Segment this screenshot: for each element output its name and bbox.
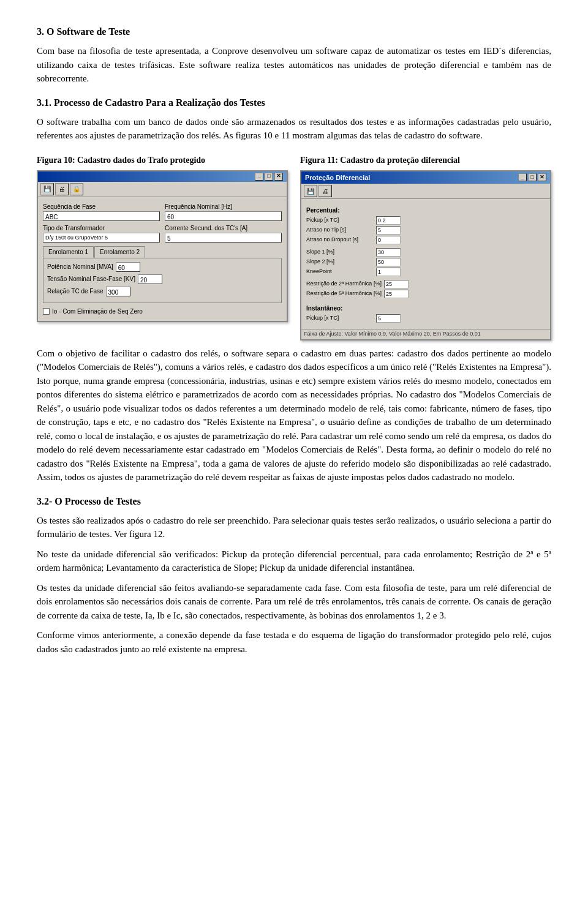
fig11-pickup-inst-row: Pickup [x TC] 5 [306, 314, 545, 323]
fig10-checkbox[interactable] [43, 308, 50, 315]
fig11-pickup-inst-input[interactable]: 5 [376, 314, 401, 323]
fig10-tab1[interactable]: Enrolamento 1 [43, 246, 94, 258]
fig10-frequencia-group: Frequência Nominal [Hz] 60 [165, 202, 282, 221]
fig10-freq-label: Frequência Nominal [Hz] [165, 202, 282, 211]
fig10-relacao-tc-input[interactable]: 300 [106, 287, 130, 296]
fig11-atraso-dropout-label: Atraso no Dropout [s] [306, 236, 374, 244]
fig10-caption: Figura 10: Cadastro dados do Trafo prote… [37, 154, 205, 167]
para7: Conforme vimos anteriormente, a conexão … [37, 628, 551, 656]
fig11-rest2-row: Restrição de 2ª Harmônica [%] 25 [306, 280, 545, 288]
fig11-slope2-row: Slope 2 [%] 50 [306, 258, 545, 266]
fig11-maximize-btn[interactable]: □ [528, 173, 537, 181]
fig10-titlebar-buttons: _ □ ✕ [255, 173, 283, 181]
fig11-slope1-row: Slope 1 [%] 30 [306, 248, 545, 257]
fig11-pickup-tc-label: Pickup [x TC] [306, 216, 374, 225]
fig10-maximize-btn[interactable]: □ [265, 173, 273, 181]
fig10-seq-fase-group: Sequência de Fase ABC [43, 202, 160, 221]
fig10-field-grid-1: Sequência de Fase ABC Frequência Nominal… [43, 202, 282, 221]
fig11-slope1-input[interactable]: 30 [376, 248, 401, 257]
fig10-tipo-trafo-group: Tipo de Transformador D/y 150t ou GrupoV… [43, 224, 160, 242]
fig10-content: Sequência de Fase ABC Frequência Nominal… [38, 197, 287, 321]
fig10-corrente-group: Corrente Secund. dos TC's [A] 5 [165, 224, 282, 242]
fig10-tensao-input[interactable]: 20 [138, 274, 162, 284]
para4: Os testes são realizados após o cadastro… [37, 514, 551, 541]
fig11-toolbar: 💾 🖨 [301, 184, 550, 199]
fig10-titlebar: _ □ ✕ [38, 171, 287, 182]
fig11-tool-btn2[interactable]: 🖨 [318, 185, 332, 197]
fig11-tool-btn1[interactable]: 💾 [304, 185, 317, 197]
figures-row: Figura 10: Cadastro dados do Trafo prote… [37, 154, 551, 340]
fig11-rest2-label: Restrição de 2ª Harmônica [%] [306, 280, 382, 288]
fig10-tipo-trafo-select[interactable]: D/y 150t ou GrupoVetor 5 [43, 233, 160, 242]
fig10-seq-fase-label: Sequência de Fase [43, 202, 160, 211]
fig10-tabs: Enrolamento 1 Enrolamento 2 [43, 246, 282, 258]
fig11-pickup-tc-row: Pickup [x TC] 0.2 [306, 216, 545, 225]
fig11-rest5-row: Restrição de 5ª Harmônica [%] 25 [306, 290, 545, 298]
fig10-potencia-label: Potência Nominal [MVA] [47, 262, 113, 271]
fig11-title: Proteção Diferencial [305, 173, 370, 183]
para6: Os testes da unidade diferencial são fei… [37, 581, 551, 623]
fig11-atraso-tip-row: Atraso no Tip [s] 5 [306, 226, 545, 235]
fig11-slope2-input[interactable]: 50 [376, 258, 401, 266]
fig10-tool-btn3[interactable]: 🔒 [70, 183, 83, 195]
fig11-caption: Figura 11: Cadastro da proteção diferenc… [300, 154, 460, 167]
fig10-freq-input[interactable]: 60 [165, 211, 282, 221]
subsection-title-32: 3.2- O Processo de Testes [37, 494, 551, 509]
fig11-titlebar-buttons: _ □ ✕ [518, 173, 546, 181]
fig10-potencia-row: Potência Nominal [MVA] 60 [47, 262, 277, 272]
main-content: 3. O Software de Teste Com base na filos… [37, 24, 551, 656]
fig11-slope2-label: Slope 2 [%] [306, 258, 374, 266]
fig10-checkbox-row: Io - Com Eliminação de Seq Zero [43, 307, 282, 316]
fig10-potencia-input[interactable]: 60 [116, 262, 140, 272]
fig11-dialog: Proteção Diferencial _ □ ✕ 💾 🖨 Percentua… [300, 170, 551, 340]
fig10-close-btn[interactable]: ✕ [274, 173, 283, 181]
fig10-relacao-tc-label: Relação TC de Fase [47, 287, 104, 296]
fig10-seq-fase-input[interactable]: ABC [43, 211, 160, 221]
para2: O software trabalha com um banco de dado… [37, 115, 551, 143]
fig10-minimize-btn[interactable]: _ [255, 173, 263, 181]
fig11-minimize-btn[interactable]: _ [518, 173, 527, 181]
fig10-field-grid-2: Tipo de Transformador D/y 150t ou GrupoV… [43, 224, 282, 242]
fig10-tab-area: Enrolamento 1 Enrolamento 2 Potência Nom… [43, 246, 282, 303]
fig11-kneepoint-row: KneePoint 1 [306, 268, 545, 276]
fig10-tipo-trafo-label: Tipo de Transformador [43, 224, 160, 233]
fig11-rest2-input[interactable]: 25 [384, 280, 409, 288]
fig11-kneepoint-input[interactable]: 1 [376, 268, 401, 276]
fig10-corrente-input[interactable]: 5 [165, 233, 282, 242]
fig11-rest5-input[interactable]: 25 [384, 290, 409, 298]
section-title: 3. O Software de Teste [37, 24, 551, 39]
fig11-content: Percentual: Pickup [x TC] 0.2 Atraso no … [301, 199, 550, 329]
fig11-atraso-tip-input[interactable]: 5 [376, 226, 401, 235]
fig11-atraso-dropout-row: Atraso no Dropout [s] 0 [306, 236, 545, 244]
para5: No teste da unidade diferencial são veri… [37, 547, 551, 575]
subsection-title-31: 3.1. Processo de Cadastro Para a Realiza… [37, 96, 551, 110]
fig10-tool-btn1[interactable]: 💾 [40, 183, 54, 195]
fig11-atraso-tip-label: Atraso no Tip [s] [306, 226, 374, 235]
fig11-titlebar: Proteção Diferencial _ □ ✕ [301, 171, 550, 184]
fig11-pickup-inst-label: Pickup [x TC] [306, 314, 374, 323]
fig10-tab-content: Potência Nominal [MVA] 60 Tensão Nominal… [43, 258, 282, 303]
fig10-tensao-row: Tensão Nominal Fase-Fase [KV] 20 [47, 274, 277, 284]
fig11-rest5-label: Restrição de 5ª Harmônica [%] [306, 290, 382, 298]
fig11-percentual-label: Percentual: [306, 206, 545, 215]
fig10-corrente-label: Corrente Secund. dos TC's [A] [165, 224, 282, 233]
figure-11-block: Figura 11: Cadastro da proteção diferenc… [300, 154, 551, 340]
fig11-atraso-dropout-input[interactable]: 0 [376, 236, 401, 244]
fig11-statusbar: Faixa de Ajuste: Valor Mínimo 0.9, Valor… [301, 329, 550, 339]
fig10-dialog: _ □ ✕ 💾 🖨 🔒 Sequência de Fase ABC [37, 170, 288, 322]
fig10-checkbox-label: Io - Com Eliminação de Seq Zero [52, 307, 143, 316]
fig11-slope1-label: Slope 1 [%] [306, 248, 374, 257]
figure-10-block: Figura 10: Cadastro dados do Trafo prote… [37, 154, 288, 322]
fig10-toolbar: 💾 🖨 🔒 [38, 182, 287, 197]
fig11-instantaneo-label: Instantâneo: [306, 304, 545, 313]
fig11-close-btn[interactable]: ✕ [538, 173, 546, 181]
fig11-kneepoint-label: KneePoint [306, 268, 374, 276]
fig10-relacao-tc-row: Relação TC de Fase 300 [47, 287, 277, 296]
para3: Com o objetivo de facilitar o cadastro d… [37, 347, 551, 484]
fig11-pickup-tc-input[interactable]: 0.2 [376, 216, 401, 225]
para1: Com base na filosofia de teste apresenta… [37, 44, 551, 86]
fig10-tensao-label: Tensão Nominal Fase-Fase [KV] [47, 274, 135, 284]
fig10-tool-btn2[interactable]: 🖨 [55, 183, 69, 195]
fig10-tab2[interactable]: Enrolamento 2 [94, 246, 145, 258]
